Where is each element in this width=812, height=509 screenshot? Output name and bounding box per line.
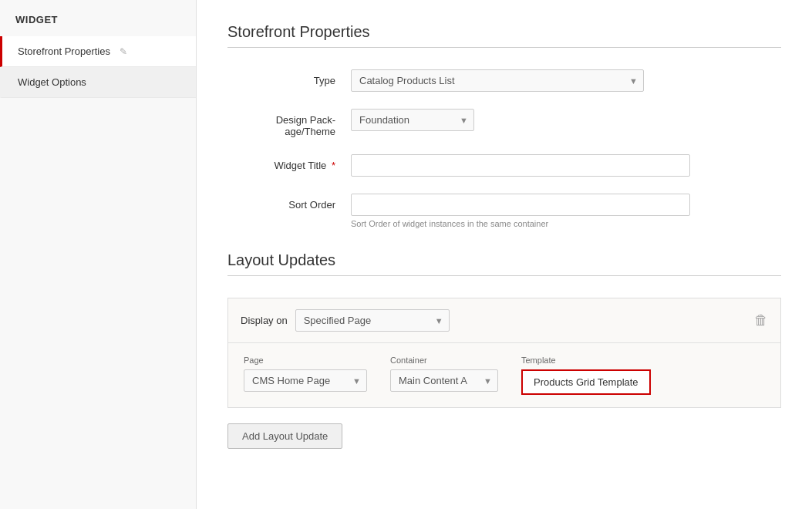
page-column: Page CMS Home Page ▼ [244,356,367,392]
template-value-box[interactable]: Products Grid Template [521,369,651,395]
template-col-label: Template [521,356,651,365]
design-select-wrapper: Foundation ▼ [351,109,474,131]
storefront-section-title: Storefront Properties [227,23,781,41]
design-select[interactable]: Foundation [351,109,474,131]
template-column: Template Products Grid Template [521,356,651,395]
sort-order-form-row: Sort Order Sort Order of widget instance… [227,194,781,228]
layout-updates-title: Layout Updates [227,251,781,269]
design-field: Foundation ▼ [351,109,781,131]
widget-title-field [351,154,781,177]
design-form-row: Design Pack-age/Theme Foundation ▼ [227,109,781,137]
container-column: Container Main Content A ▼ [390,356,498,392]
widget-title-form-row: Widget Title * [227,154,781,177]
edit-icon: ✎ [120,46,127,57]
display-on-select-wrapper: Specified Page ▼ [295,309,450,332]
sidebar-item-widget-options[interactable]: Widget Options [0,67,196,98]
type-label: Type [227,69,351,86]
layout-body-row: Page CMS Home Page ▼ Container Main Cont… [228,343,780,407]
type-form-row: Type Catalog Products List ▼ [227,69,781,92]
page-select-wrapper: CMS Home Page ▼ [244,369,367,392]
sidebar-item-storefront[interactable]: Storefront Properties ✎ [0,36,196,67]
container-select-wrapper: Main Content A ▼ [390,369,498,392]
display-on-select[interactable]: Specified Page [295,309,450,332]
type-field: Catalog Products List ▼ [351,69,781,92]
add-layout-update-button[interactable]: Add Layout Update [227,423,342,449]
sidebar-widget-options-label: Widget Options [18,76,86,88]
container-select[interactable]: Main Content A [390,369,498,392]
sidebar-title: WIDGET [0,0,196,36]
widget-title-input[interactable] [351,154,690,177]
type-select-wrapper: Catalog Products List ▼ [351,69,644,92]
layout-divider [227,275,781,276]
sidebar-storefront-label: Storefront Properties [18,46,110,57]
required-indicator: * [332,160,335,171]
display-on-label: Display on [241,315,288,326]
sort-order-label: Sort Order [227,194,351,211]
main-panel: Storefront Properties Type Catalog Produ… [197,0,812,509]
container-col-label: Container [390,356,498,365]
sidebar: WIDGET Storefront Properties ✎ Widget Op… [0,0,197,509]
sort-order-input[interactable] [351,194,690,216]
sort-order-field: Sort Order of widget instances in the sa… [351,194,781,228]
layout-header-row: Display on Specified Page ▼ 🗑 [228,298,780,343]
widget-title-label: Widget Title * [227,154,351,171]
layout-updates-box: Display on Specified Page ▼ 🗑 Page [227,298,781,408]
delete-layout-icon[interactable]: 🗑 [754,312,768,328]
section-divider [227,47,781,48]
type-select[interactable]: Catalog Products List [351,69,644,92]
page-col-label: Page [244,356,367,365]
sort-order-hint: Sort Order of widget instances in the sa… [351,219,781,228]
design-label: Design Pack-age/Theme [227,109,351,137]
layout-header-right: 🗑 [754,312,768,329]
page-select[interactable]: CMS Home Page [244,369,367,392]
